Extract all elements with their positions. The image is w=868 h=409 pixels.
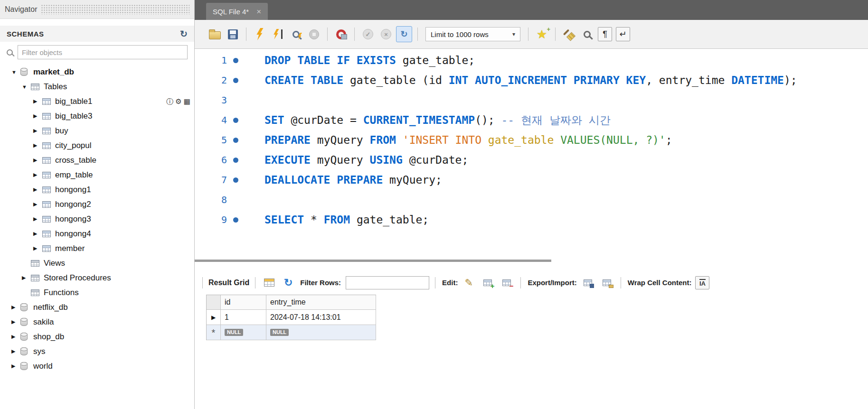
tree-item-hongong3[interactable]: ▶hongong3 (0, 212, 194, 226)
tree-item-member[interactable]: ▶member (0, 241, 194, 256)
tree-item-big-table3[interactable]: ▶big_table3 (0, 109, 194, 123)
cell-entry_time[interactable]: 2024-07-18 14:13:01 (266, 310, 376, 325)
word-wrap-toggle[interactable]: ↵ (614, 26, 632, 42)
filter-objects-input[interactable] (18, 45, 188, 59)
commit-button[interactable]: ✓ (359, 26, 377, 42)
explain-plan-button[interactable] (287, 26, 304, 42)
collapse-arrow-icon[interactable]: ▶ (22, 275, 31, 281)
save-snippet-button[interactable]: ★ (533, 26, 550, 42)
collapse-arrow-icon[interactable]: ▶ (33, 157, 42, 163)
collapse-arrow-icon[interactable]: ▶ (33, 142, 42, 149)
collapse-arrow-icon[interactable]: ▶ (11, 319, 20, 325)
code-line[interactable]: 4SET @curDate = CURRENT_TIMESTAMP(); -- … (195, 110, 868, 130)
collapse-arrow-icon[interactable]: ▶ (33, 216, 42, 222)
pane-splitter[interactable] (195, 259, 868, 262)
rollback-button[interactable]: × (377, 26, 395, 42)
table-info-icon[interactable]: ⓘ (166, 98, 173, 105)
collapse-arrow-icon[interactable]: ▶ (33, 186, 42, 193)
collapse-arrow-icon[interactable]: ▶ (11, 334, 20, 340)
grid-view-button[interactable] (261, 276, 277, 290)
column-header-id[interactable]: id (221, 295, 266, 310)
collapse-arrow-icon[interactable]: ▶ (33, 201, 42, 207)
expand-arrow-icon[interactable]: ▼ (22, 84, 31, 90)
code-line[interactable]: 6EXECUTE myQuery USING @curDate; (195, 150, 868, 170)
tree-item-tables[interactable]: ▼Tables (0, 79, 194, 94)
code-line[interactable]: 5PREPARE myQuery FROM 'INSERT INTO gate_… (195, 130, 868, 150)
tree-item-sys[interactable]: ▶sys (0, 344, 194, 359)
delete-row-button[interactable]: − (499, 276, 515, 290)
insert-row-button[interactable]: + (480, 276, 496, 290)
code-line[interactable]: 9SELECT * FROM gate_table; (195, 210, 868, 230)
collapse-arrow-icon[interactable]: ▶ (11, 304, 20, 310)
table-maintenance-icon[interactable]: ⚙ (175, 98, 181, 105)
tree-item-label: cross_table (55, 156, 96, 165)
execute-current-button[interactable] (269, 26, 286, 42)
tree-item-hongong2[interactable]: ▶hongong2 (0, 197, 194, 212)
code-line[interactable]: 1DROP TABLE IF EXISTS gate_table; (195, 50, 868, 70)
folder-icon (209, 31, 221, 39)
close-tab-icon[interactable]: × (256, 8, 261, 16)
filter-rows-input[interactable] (346, 276, 429, 289)
code-line[interactable]: 7DEALLOCATE PREPARE myQuery; (195, 170, 868, 190)
splitter-grip[interactable] (195, 260, 551, 262)
cell-id[interactable]: NULL (221, 325, 266, 340)
tree-item-big-table1[interactable]: ▶big_table1ⓘ⚙▦ (0, 94, 194, 109)
export-recordset-button[interactable] (580, 276, 596, 290)
tree-item-shop-db[interactable]: ▶shop_db (0, 329, 194, 344)
collapse-arrow-icon[interactable]: ▶ (11, 363, 20, 369)
code-line[interactable]: 2CREATE TABLE gate_table (id INT AUTO_IN… (195, 70, 868, 90)
tree-item-stored-procedures[interactable]: ▶Stored Procedures (0, 270, 194, 285)
refresh-results-button[interactable]: ↻ (280, 276, 296, 290)
wrap-cell-label: Wrap Cell Content: (628, 279, 692, 287)
tree-item-cross-table[interactable]: ▶cross_table (0, 153, 194, 167)
tree-item-label: netflix_db (33, 303, 68, 312)
collapse-arrow-icon[interactable]: ▶ (33, 98, 42, 104)
tree-item-hongong4[interactable]: ▶hongong4 (0, 226, 194, 241)
schemas-section-header[interactable]: SCHEMAS ↻ (0, 26, 194, 42)
execute-button[interactable] (251, 26, 268, 42)
code-line[interactable]: 3 (195, 90, 868, 110)
tree-item-functions[interactable]: Functions (0, 285, 194, 300)
edit-record-button[interactable]: ✎ (461, 276, 477, 290)
tree-item-market-db[interactable]: ▼market_db (0, 65, 194, 79)
tree-item-netflix-db[interactable]: ▶netflix_db (0, 300, 194, 315)
save-button[interactable] (224, 26, 241, 42)
sql-editor[interactable]: 1DROP TABLE IF EXISTS gate_table;2CREATE… (195, 49, 868, 259)
tree-item-views[interactable]: Views (0, 256, 194, 270)
tree-item-emp-table[interactable]: ▶emp_table (0, 167, 194, 182)
refresh-schemas-icon[interactable]: ↻ (180, 28, 188, 39)
navigator-panel: Navigator SCHEMAS ↻ ▼market_db▼Tables▶bi… (0, 0, 195, 409)
collapse-arrow-icon[interactable]: ▶ (33, 172, 42, 178)
import-records-button[interactable] (599, 276, 615, 290)
beautify-button[interactable] (560, 26, 577, 42)
tree-item-buy[interactable]: ▶buy (0, 123, 194, 138)
edit-table-data-icon[interactable]: ▦ (184, 98, 190, 105)
tree-item-city-popul[interactable]: ▶city_popul (0, 138, 194, 153)
table-row[interactable]: ▶12024-07-18 14:13:01 (207, 310, 376, 325)
stop-button[interactable] (305, 26, 322, 42)
collapse-arrow-icon[interactable]: ▶ (11, 348, 20, 354)
stop-on-error-toggle[interactable] (332, 26, 349, 42)
code-line[interactable]: 8 (195, 190, 868, 210)
tree-item-world[interactable]: ▶world (0, 359, 194, 373)
tree-item-hongong1[interactable]: ▶hongong1 (0, 182, 194, 197)
autocommit-toggle[interactable]: ↻ (396, 26, 413, 42)
cell-entry_time[interactable]: NULL (266, 325, 376, 340)
collapse-arrow-icon[interactable]: ▶ (33, 245, 42, 251)
collapse-arrow-icon[interactable]: ▶ (33, 128, 42, 134)
open-file-button[interactable] (206, 26, 223, 42)
table-row[interactable]: *NULLNULL (207, 325, 376, 340)
collapse-arrow-icon[interactable]: ▶ (33, 113, 42, 119)
tab-sql-file-4[interactable]: SQL File 4* × (206, 3, 268, 20)
tree-item-sakila[interactable]: ▶sakila (0, 315, 194, 329)
column-header-entry_time[interactable]: entry_time (266, 295, 376, 310)
table-icon (42, 113, 54, 120)
invisible-chars-toggle[interactable]: ¶ (596, 26, 613, 42)
collapse-arrow-icon[interactable]: ▶ (33, 231, 42, 237)
expand-arrow-icon[interactable]: ▼ (11, 69, 20, 75)
limit-rows-dropdown[interactable]: Limit to 1000 rows ▾ (425, 27, 520, 41)
cell-id[interactable]: 1 (221, 310, 266, 325)
result-grid: identry_time▶12024-07-18 14:13:01*NULLNU… (206, 295, 376, 340)
find-button[interactable] (578, 26, 595, 42)
wrap-cell-toggle[interactable]: IA (694, 276, 710, 290)
